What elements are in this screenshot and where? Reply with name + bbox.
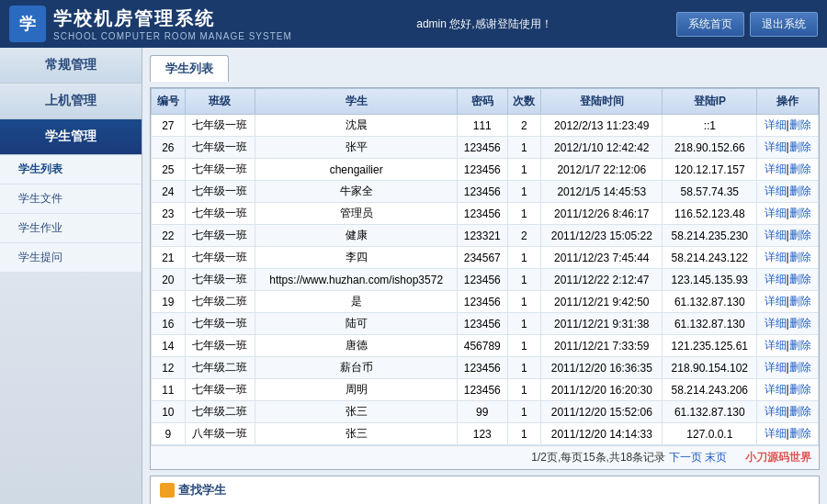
detail-link[interactable]: 详细 [765, 317, 787, 330]
table-row: 16 七年级一班 陆可 123456 1 2011/12/21 9:31:38 … [152, 313, 819, 335]
delete-link[interactable]: 删除 [789, 405, 811, 418]
last-page-link[interactable]: 末页 [705, 451, 727, 464]
cell-count: 1 [507, 137, 541, 159]
cell-pwd: 123456 [458, 379, 507, 401]
cell-pwd: 123456 [458, 159, 507, 181]
delete-link[interactable]: 删除 [789, 317, 811, 330]
detail-link[interactable]: 详细 [765, 229, 787, 241]
detail-link[interactable]: 详细 [765, 207, 787, 219]
delete-link[interactable]: 删除 [789, 273, 811, 286]
table-row: 14 七年级一班 唐德 456789 1 2011/12/21 7:33:59 … [152, 335, 819, 357]
cell-actions: 详细|删除 [757, 269, 819, 291]
cell-name: 李四 [255, 247, 458, 269]
cell-actions: 详细|删除 [757, 203, 819, 225]
cell-id: 25 [152, 159, 186, 181]
cell-actions: 详细|删除 [757, 313, 819, 335]
logout-button[interactable]: 退出系统 [750, 12, 818, 37]
delete-link[interactable]: 删除 [789, 185, 811, 197]
cell-ip: 58.214.235.230 [663, 225, 757, 247]
cell-id: 9 [152, 423, 186, 445]
sidebar-item-student[interactable]: 学生管理 [0, 119, 142, 155]
cell-time: 2011/12/26 8:46:17 [541, 203, 663, 225]
detail-link[interactable]: 详细 [765, 427, 787, 440]
cell-id: 26 [152, 137, 186, 159]
sidebar-sub-list[interactable]: 学生列表 [0, 155, 142, 185]
cell-pwd: 234567 [458, 247, 507, 269]
pagination-text: 1/2页,每页15条,共18条记录 下一页 末页 [531, 451, 727, 464]
next-page-link[interactable]: 下一页 [669, 451, 702, 464]
cell-id: 23 [152, 203, 186, 225]
delete-link[interactable]: 删除 [789, 162, 811, 175]
sidebar-sub-file[interactable]: 学生文件 [0, 185, 142, 214]
cell-ip: 127.0.0.1 [663, 423, 757, 445]
delete-link[interactable]: 删除 [789, 140, 811, 153]
cell-time: 2012/1/7 22:12:06 [541, 159, 663, 181]
cell-pwd: 123456 [458, 203, 507, 225]
cell-count: 1 [507, 423, 541, 445]
delete-link[interactable]: 删除 [789, 295, 811, 308]
sidebar: 常规管理 上机管理 学生管理 学生列表 学生文件 学生作业 学生提问 [0, 48, 142, 504]
detail-link[interactable]: 详细 [765, 118, 787, 131]
delete-link[interactable]: 删除 [789, 383, 811, 396]
cell-time: 2012/2/13 11:23:49 [541, 115, 663, 137]
detail-link[interactable]: 详细 [765, 405, 787, 418]
cell-name: 陆可 [255, 313, 458, 335]
sidebar-item-normal[interactable]: 常规管理 [0, 48, 142, 84]
cell-count: 1 [507, 357, 541, 379]
cell-time: 2012/1/5 14:45:53 [541, 181, 663, 203]
detail-link[interactable]: 详细 [765, 361, 787, 374]
cell-time: 2011/12/23 7:45:44 [541, 247, 663, 269]
cell-id: 27 [152, 115, 186, 137]
cell-time: 2011/12/20 14:14:33 [541, 423, 663, 445]
cell-ip: 123.145.135.93 [663, 269, 757, 291]
search-section: 查找学生 班级： 选择年级 七年级 八年级 九年级 先选择年级 [150, 476, 820, 504]
delete-link[interactable]: 删除 [789, 251, 811, 263]
cell-ip: 61.132.87.130 [663, 291, 757, 313]
detail-link[interactable]: 详细 [765, 251, 787, 263]
delete-link[interactable]: 删除 [789, 229, 811, 241]
cell-class: 七年级一班 [185, 313, 255, 335]
delete-link[interactable]: 删除 [789, 118, 811, 131]
sidebar-item-login[interactable]: 上机管理 [0, 84, 142, 119]
cell-actions: 详细|删除 [757, 357, 819, 379]
sidebar-sub-homework[interactable]: 学生作业 [0, 214, 142, 243]
cell-id: 14 [152, 335, 186, 357]
cell-actions: 详细|删除 [757, 291, 819, 313]
cell-pwd: 123456 [458, 291, 507, 313]
delete-link[interactable]: 删除 [789, 339, 811, 352]
detail-link[interactable]: 详细 [765, 162, 787, 175]
cell-pwd: 123456 [458, 313, 507, 335]
detail-link[interactable]: 详细 [765, 140, 787, 153]
delete-link[interactable]: 删除 [789, 361, 811, 374]
logo-icon: 学 [9, 6, 46, 42]
detail-link[interactable]: 详细 [765, 185, 787, 197]
cell-id: 19 [152, 291, 186, 313]
cell-ip: 121.235.125.61 [663, 335, 757, 357]
col-pwd: 密码 [458, 89, 507, 115]
home-button[interactable]: 系统首页 [676, 12, 744, 37]
cell-id: 22 [152, 225, 186, 247]
cell-count: 2 [507, 225, 541, 247]
detail-link[interactable]: 详细 [765, 295, 787, 308]
cell-count: 1 [507, 247, 541, 269]
tab-student-list[interactable]: 学生列表 [150, 55, 229, 82]
cell-actions: 详细|删除 [757, 137, 819, 159]
cell-id: 21 [152, 247, 186, 269]
cell-count: 1 [507, 181, 541, 203]
search-section-icon [160, 483, 175, 498]
svg-text:学: 学 [19, 15, 36, 33]
cell-class: 七年级一班 [185, 247, 255, 269]
cell-pwd: 123456 [458, 269, 507, 291]
detail-link[interactable]: 详细 [765, 339, 787, 352]
cell-ip: 116.52.123.48 [663, 203, 757, 225]
detail-link[interactable]: 详细 [765, 383, 787, 396]
cell-pwd: 123456 [458, 357, 507, 379]
cell-name: 唐德 [255, 335, 458, 357]
cell-time: 2012/1/10 12:42:42 [541, 137, 663, 159]
delete-link[interactable]: 删除 [789, 207, 811, 219]
detail-link[interactable]: 详细 [765, 273, 787, 286]
sidebar-sub-question[interactable]: 学生提问 [0, 243, 142, 273]
cell-id: 12 [152, 357, 186, 379]
delete-link[interactable]: 删除 [789, 427, 811, 440]
cell-time: 2011/12/21 9:42:50 [541, 291, 663, 313]
